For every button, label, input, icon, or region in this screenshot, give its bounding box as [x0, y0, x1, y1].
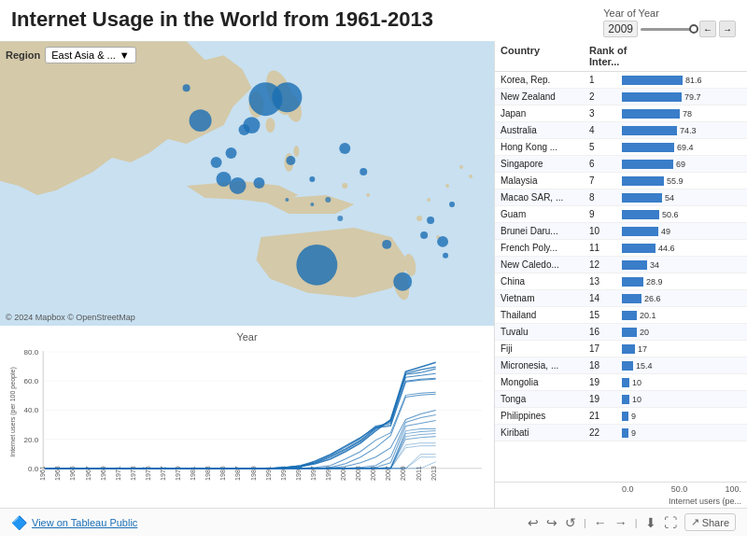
axis-label-50: 50.0: [671, 484, 688, 494]
bar-fill: [622, 378, 629, 387]
bar-fill: [622, 294, 641, 303]
bar-fill: [622, 277, 643, 287]
year-slider[interactable]: [641, 28, 697, 31]
svg-point-43: [285, 198, 289, 202]
svg-point-41: [337, 216, 343, 221]
table-row: Vietnam 14 26.6: [495, 290, 747, 307]
table-row: New Caledo... 12 34: [495, 257, 747, 273]
bar-fill: [622, 176, 664, 186]
svg-text:1961: 1961: [39, 466, 46, 481]
table-row: New Zealand 2 79.7: [495, 89, 747, 105]
nav-left-icon[interactable]: ←: [594, 515, 607, 530]
year-label: Year of Year: [603, 7, 659, 19]
bar-fill: [622, 428, 628, 438]
svg-point-20: [393, 273, 412, 291]
cell-country: Singapore: [500, 159, 589, 169]
table-row: Mongolia 19 10: [495, 374, 747, 391]
table-row: Philippines 21 9: [495, 408, 747, 425]
tableau-icon: 🔷: [11, 515, 27, 530]
cell-rank: 13: [589, 276, 622, 287]
bar-fill: [622, 92, 682, 102]
cell-value: 9: [631, 412, 636, 421]
svg-point-19: [296, 245, 337, 286]
svg-point-34: [420, 231, 428, 239]
bar-fill: [622, 344, 635, 354]
table-row: Kiribati 22 9: [495, 425, 747, 441]
footer-left: 🔷 View on Tableau Public: [11, 515, 137, 530]
chart-title: Year: [7, 331, 486, 343]
cell-value: 20.1: [640, 311, 656, 320]
cell-rank: 14: [589, 293, 622, 303]
svg-text:40.0: 40.0: [24, 406, 39, 414]
cell-country: Brunei Daru...: [500, 226, 589, 236]
cell-rank: 11: [589, 243, 622, 253]
cell-value: 78: [683, 109, 692, 119]
cell-rank: 19: [589, 394, 622, 404]
bar-fill: [622, 76, 683, 85]
cell-rank: 22: [589, 427, 622, 438]
cell-rank: 9: [589, 209, 622, 219]
svg-point-24: [190, 109, 212, 132]
cell-value: 55.9: [667, 176, 684, 186]
svg-point-42: [310, 203, 314, 206]
svg-point-25: [239, 124, 250, 135]
map-area[interactable]: Region East Asia & ... ▼: [0, 41, 494, 326]
cell-value: 34: [650, 260, 659, 270]
svg-point-31: [437, 236, 448, 247]
table-row: Singapore 6 69: [495, 156, 747, 173]
svg-point-33: [382, 240, 391, 249]
share-label: Share: [702, 517, 729, 528]
region-selected-value: East Asia & ...: [51, 49, 115, 61]
cell-value: 10: [632, 395, 641, 404]
cell-country: Tuvalu: [500, 327, 589, 337]
map-attribution: © 2024 Mapbox © OpenStreetMap: [6, 313, 135, 322]
cell-rank: 2: [589, 91, 622, 102]
svg-point-14: [445, 184, 449, 188]
svg-point-18: [272, 82, 302, 112]
footer: 🔷 View on Tableau Public ↩ ↪ ↺ | ← → | ⬇…: [0, 508, 747, 536]
year-slider-row[interactable]: 2009 ← →: [603, 21, 736, 37]
redo-icon[interactable]: ↪: [546, 515, 557, 530]
svg-point-40: [325, 197, 331, 203]
bar-fill: [622, 227, 658, 236]
cell-country: Japan: [500, 108, 589, 119]
cell-bar-container: 81.6: [622, 76, 741, 85]
share-button[interactable]: ↗ Share: [684, 513, 736, 531]
cell-bar-container: 78: [622, 109, 741, 119]
bar-fill: [622, 109, 680, 119]
region-dropdown[interactable]: East Asia & ... ▼: [45, 47, 135, 63]
svg-point-30: [253, 177, 264, 189]
svg-point-85: [163, 467, 166, 469]
svg-point-39: [309, 176, 315, 182]
view-on-tableau-link[interactable]: View on Tableau Public: [32, 517, 137, 528]
svg-point-29: [339, 143, 350, 154]
cell-value: 17: [638, 344, 647, 354]
cell-country: Malaysia: [500, 175, 589, 186]
cell-bar-container: 69: [622, 160, 741, 169]
cell-value: 69: [676, 160, 685, 169]
nav-right-icon[interactable]: →: [614, 515, 627, 530]
chart-area: Year 0.0 20.0 40.0 60.0 80.0: [0, 326, 494, 508]
year-value[interactable]: 2009: [603, 21, 638, 37]
year-prev-button[interactable]: ←: [699, 21, 716, 37]
table-row: Japan 3 78: [495, 105, 747, 122]
cell-country: French Poly...: [500, 243, 589, 253]
reset-icon[interactable]: ↺: [565, 515, 576, 530]
cell-country: New Caledo...: [500, 259, 589, 270]
download-icon[interactable]: ⬇: [645, 515, 656, 530]
slider-thumb[interactable]: [689, 24, 698, 34]
cell-value: 74.3: [680, 126, 697, 135]
table-row: Brunei Daru... 10 49: [495, 223, 747, 240]
table-row: Macao SAR, ... 8 54: [495, 189, 747, 206]
cell-value: 79.7: [684, 92, 701, 102]
cell-value: 44.6: [658, 244, 675, 253]
cell-value: 50.6: [662, 210, 679, 219]
year-next-button[interactable]: →: [719, 21, 736, 37]
fullscreen-icon[interactable]: ⛶: [664, 515, 677, 530]
cell-bar-container: 79.7: [622, 92, 741, 102]
undo-icon[interactable]: ↩: [528, 515, 539, 530]
cell-country: Australia: [500, 125, 589, 135]
svg-text:2013: 2013: [430, 466, 437, 481]
cell-value: 26.6: [644, 294, 661, 303]
cell-country: Vietnam: [500, 293, 589, 303]
